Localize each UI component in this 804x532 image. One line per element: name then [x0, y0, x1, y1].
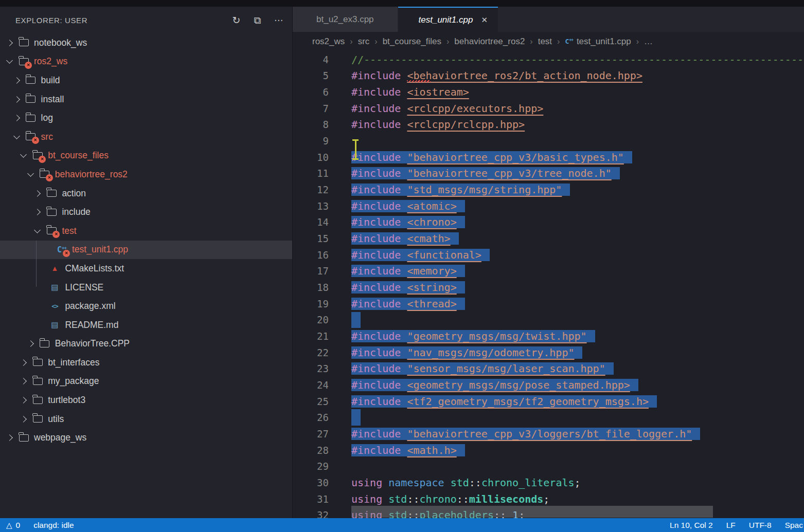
tree-item-include[interactable]: include	[0, 203, 292, 222]
tree-item-turtlebot3[interactable]: turtlebot3	[0, 391, 292, 410]
code-line-8[interactable]: 8#include <rclcpp/rclcpp.hpp>	[293, 117, 804, 133]
breadcrumb-item-behaviortree_ros2[interactable]: behaviortree_ros2	[454, 36, 525, 47]
code-line-13[interactable]: 13#include <atomic>	[293, 198, 804, 214]
chevron-down-icon[interactable]	[34, 227, 41, 233]
error-badge: ✕	[52, 231, 60, 238]
item-icon: ▲	[49, 263, 60, 273]
chevron-right-icon[interactable]	[13, 96, 20, 103]
tree-item-BehaviorTree.CPP[interactable]: BehaviorTree.CPP	[0, 335, 292, 354]
tree-item-build[interactable]: build	[0, 71, 292, 90]
horizontal-scrollbar-thumb[interactable]	[351, 506, 713, 518]
tree-item-ros2_ws[interactable]: ✕ros2_ws	[0, 52, 292, 71]
code-line-10[interactable]: 10#include "behaviortree_cpp_v3/basic_ty…	[293, 149, 804, 166]
breadcrumb-item-test[interactable]: test	[538, 36, 552, 47]
chevron-right-icon[interactable]	[34, 190, 41, 197]
chevron-right-icon[interactable]	[34, 209, 41, 215]
chevron-right-icon[interactable]	[13, 77, 20, 84]
chevron-right-icon[interactable]	[20, 359, 27, 366]
tree-item-log[interactable]: log	[0, 108, 292, 127]
tree-item-my_package[interactable]: my_package	[0, 372, 292, 391]
code-line-22[interactable]: 22#include "nav_msgs/msg/odometry.hpp"	[293, 344, 804, 361]
code-line-6[interactable]: 6#include <iostream>	[293, 84, 804, 100]
chevron-right-icon[interactable]	[20, 416, 27, 423]
tree-item-LICENSE[interactable]: ▤LICENSE	[0, 278, 292, 297]
tree-item-webpage_ws[interactable]: webpage_ws	[0, 428, 292, 447]
code-line-27[interactable]: 27#include "behaviortree_cpp_v3/loggers/…	[293, 426, 804, 442]
chevron-right-icon[interactable]	[6, 434, 13, 441]
problems-indicator[interactable]: △ 0	[6, 521, 20, 530]
chevron-down-icon[interactable]	[13, 133, 20, 139]
chevron-right-icon[interactable]	[20, 378, 27, 385]
code-line-21[interactable]: 21#include "geometry_msgs/msg/twist.hpp"	[293, 328, 804, 344]
code-line-23[interactable]: 23#include "sensor_msgs/msg/laser_scan.h…	[293, 360, 804, 377]
tree-item-src[interactable]: ✕src	[0, 127, 292, 146]
code-line-28[interactable]: 28#include <math.h>	[293, 442, 804, 458]
code-line-30[interactable]: 30using namespace std::chrono_literals;	[293, 474, 804, 491]
code-line-26[interactable]: 26	[293, 409, 804, 426]
indentation-indicator[interactable]: Spac	[785, 521, 803, 530]
tree-item-package.xml[interactable]: <>package.xml	[0, 297, 292, 316]
tab-bt_u2_ex3.cpp[interactable]: bt_u2_ex3.cpp	[293, 7, 398, 32]
code-line-15[interactable]: 15#include <cmath>	[293, 230, 804, 247]
code-line-11[interactable]: 11#include "behaviortree_cpp_v3/tree_nod…	[293, 166, 804, 182]
tab-test_unit1.cpp[interactable]: test_unit1.cpp✕	[398, 7, 498, 32]
tree-item-install[interactable]: install	[0, 90, 292, 109]
collapse-folders-button[interactable]: ⧉	[254, 15, 261, 25]
close-icon[interactable]: ✕	[481, 15, 488, 25]
code-line-20[interactable]: 20	[293, 312, 804, 328]
code-token: "sensor_msgs/msg/laser_scan.hpp"	[407, 362, 605, 375]
tree-item-CMakeLists.txt[interactable]: ▲CMakeLists.txt	[0, 259, 292, 278]
code-line-12[interactable]: 12#include "std_msgs/msg/string.hpp"	[293, 181, 804, 198]
cursor-position[interactable]: Ln 10, Col 2	[670, 521, 713, 530]
code-line-4[interactable]: 4//-------------------------------------…	[293, 51, 804, 68]
tree-item-bt_course_files[interactable]: ✕bt_course_files	[0, 146, 292, 166]
breadcrumb-item-ros2_ws[interactable]: ros2_ws	[312, 36, 345, 47]
chevron-down-icon[interactable]	[27, 170, 34, 177]
chevron-right-icon[interactable]	[13, 115, 20, 121]
tree-item-notebook_ws[interactable]: notebook_ws	[0, 33, 292, 52]
chevron-right-icon[interactable]	[27, 340, 34, 347]
chevron-right-icon[interactable]	[20, 397, 27, 403]
breadcrumb-item-…[interactable]: …	[644, 36, 653, 47]
tree-item-label: test	[62, 226, 76, 236]
more-actions-button[interactable]: ⋯	[274, 16, 283, 25]
eol-indicator[interactable]: LF	[726, 521, 736, 530]
code-line-31[interactable]: 31using std::chrono::milliseconds;	[293, 491, 804, 507]
chevron-down-icon[interactable]	[20, 151, 27, 158]
folder-icon	[26, 77, 35, 84]
tree-item-behaviortree_ros2[interactable]: ✕behaviortree_ros2	[0, 165, 292, 184]
code-line-14[interactable]: 14#include <chrono>	[293, 214, 804, 231]
tree-item-test[interactable]: ✕test	[0, 222, 292, 241]
document-file-icon: ▤	[51, 283, 58, 292]
breadcrumb-item-src[interactable]: src	[358, 36, 370, 47]
breadcrumb-label: ros2_ws	[312, 36, 345, 47]
selection-highlight	[351, 409, 361, 426]
code-token: #include	[351, 167, 401, 179]
tree-item-README.md[interactable]: ▤README.md	[0, 316, 292, 335]
chevron-right-icon[interactable]	[6, 40, 13, 46]
breadcrumb-item-test_unit1.cpp[interactable]: C++test_unit1.cpp	[565, 36, 631, 47]
code-line-9[interactable]: 9	[293, 133, 804, 149]
code-line-29[interactable]: 29	[293, 458, 804, 474]
code-line-24[interactable]: 24#include <geometry_msgs/msg/pose_stamp…	[293, 377, 804, 393]
code-line-19[interactable]: 19#include <thread>	[293, 296, 804, 312]
code-line-7[interactable]: 7#include <rclcpp/executors.hpp>	[293, 100, 804, 117]
code-line-25[interactable]: 25#include <tf2_geometry_msgs/tf2_geomet…	[293, 393, 804, 410]
line-number: 22	[293, 347, 329, 358]
code-line-16[interactable]: 16#include <functional>	[293, 247, 804, 263]
refresh-explorer-button[interactable]: ↻	[233, 15, 241, 25]
tree-item-bt_interfaces[interactable]: bt_interfaces	[0, 353, 292, 372]
breadcrumb-item-bt_course_files[interactable]: bt_course_files	[383, 36, 441, 47]
tree-item-label: package.xml	[65, 301, 115, 311]
code-line-18[interactable]: 18#include <string>	[293, 279, 804, 296]
code-line-5[interactable]: 5#include <behaviortree_ros2/bt_action_n…	[293, 68, 804, 84]
encoding-indicator[interactable]: UTF-8	[749, 521, 772, 530]
code-token: <chrono>	[407, 216, 456, 228]
code-area[interactable]: 4//-------------------------------------…	[293, 51, 804, 518]
tree-item-utils[interactable]: utils	[0, 410, 292, 429]
tree-item-action[interactable]: action	[0, 184, 292, 203]
tree-item-test_unit1.cpp[interactable]: C++✕test_unit1.cpp	[0, 241, 292, 260]
chevron-down-icon[interactable]	[6, 58, 13, 64]
code-line-17[interactable]: 17#include <memory>	[293, 263, 804, 280]
clangd-status[interactable]: clangd: idle	[33, 521, 74, 530]
